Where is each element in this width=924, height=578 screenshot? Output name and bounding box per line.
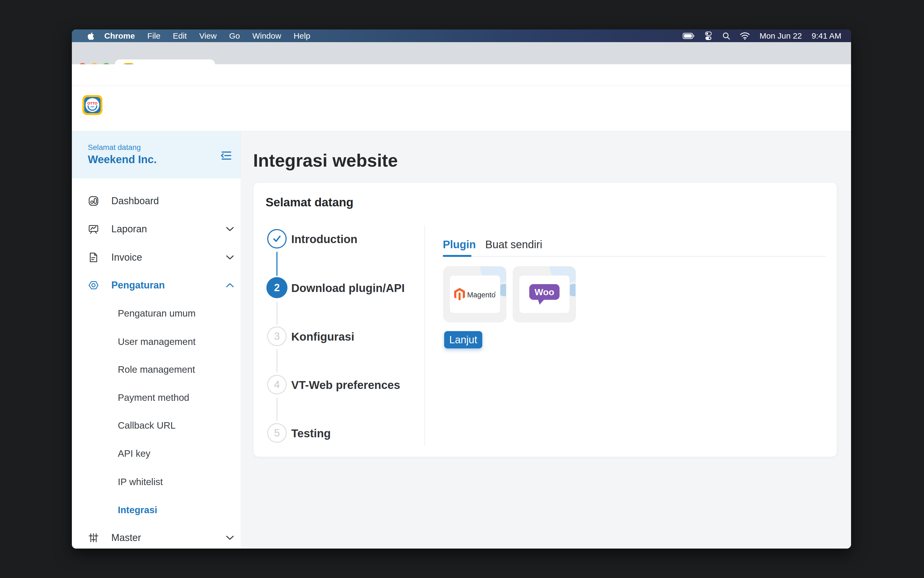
sidebar-item-user-management[interactable]: User management xyxy=(72,330,241,354)
step-1-label: Introduction xyxy=(291,233,357,246)
continue-button[interactable]: Lanjut xyxy=(444,331,482,348)
woocommerce-logo: Woo xyxy=(529,283,560,306)
sidebar-item-pengaturan-umum[interactable]: Pengaturan umum xyxy=(72,302,241,325)
sidebar-item-pengaturan[interactable]: Pengaturan xyxy=(72,273,241,297)
step-3-number: 3 xyxy=(274,331,279,342)
sidebar-item-payment-method[interactable]: Payment method xyxy=(72,386,241,409)
step-4-circle[interactable]: 4 xyxy=(267,375,287,395)
stepper-divider xyxy=(424,225,425,445)
tab-plugin[interactable]: Plugin xyxy=(443,239,476,251)
plugin-card-woocommerce[interactable]: Woo xyxy=(513,266,576,322)
chevron-down-icon xyxy=(225,535,234,541)
macos-menubar: Chrome File Edit View Go Window Help Mon… xyxy=(72,29,851,42)
integration-card: Selamat datang Introduction 2 Download p… xyxy=(253,182,837,457)
chevron-down-icon xyxy=(225,226,234,232)
collapse-sidebar-icon[interactable] xyxy=(221,151,232,161)
sidebar-item-laporan[interactable]: Laporan xyxy=(72,217,241,241)
menu-view[interactable]: View xyxy=(199,31,216,41)
sidebar-header: Selamat datang Weekend Inc. xyxy=(72,131,241,178)
chevron-up-icon xyxy=(225,282,234,288)
control-center-icon[interactable] xyxy=(704,32,713,40)
menu-window[interactable]: Window xyxy=(252,31,281,41)
settings-icon xyxy=(88,280,99,291)
svg-text:OTTO: OTTO xyxy=(87,101,97,106)
card-title: Selamat datang xyxy=(266,196,353,209)
step-5-label: Testing xyxy=(291,427,331,440)
sidebar-welcome-label: Selamat datang xyxy=(88,143,141,152)
menu-go[interactable]: Go xyxy=(229,31,240,41)
sidebar: Selamat datang Weekend Inc. Dashboard La… xyxy=(72,131,241,549)
step-2-circle[interactable]: 2 xyxy=(266,277,287,298)
wifi-icon[interactable] xyxy=(740,32,750,40)
step-connector xyxy=(276,302,278,325)
apple-menu[interactable] xyxy=(87,32,94,40)
page-title: Integrasi website xyxy=(253,150,398,171)
sidebar-item-integrasi[interactable]: Integrasi xyxy=(72,498,241,522)
browser-window: Chrome File Edit View Go Window Help Mon… xyxy=(72,29,851,549)
menu-file[interactable]: File xyxy=(147,31,160,41)
battery-icon[interactable] xyxy=(683,32,695,39)
tabbar-line xyxy=(443,256,826,257)
step-4-label: VT-Web preferences xyxy=(291,379,400,391)
sidebar-item-callback-url[interactable]: Callback URL xyxy=(72,414,241,437)
app-header: OTTO PAY Business Portal Powered by Otto… xyxy=(72,86,851,131)
svg-text:PAY: PAY xyxy=(90,106,94,108)
sidebar-item-dashboard[interactable]: Dashboard xyxy=(72,189,241,213)
step-4-number: 4 xyxy=(274,379,279,391)
sidebar-item-role-management[interactable]: Role management xyxy=(72,357,241,382)
chevron-down-icon xyxy=(225,255,234,260)
sidebar-item-api-key[interactable]: API key xyxy=(72,442,241,465)
step-connector xyxy=(276,398,278,421)
step-3-circle[interactable]: 3 xyxy=(267,326,287,346)
active-tab-underline xyxy=(443,255,471,257)
step-2-label: Download plugin/API xyxy=(291,282,405,295)
report-icon xyxy=(88,224,99,234)
company-name: Weekend Inc. xyxy=(88,153,157,166)
step-5-number: 5 xyxy=(274,427,279,439)
spotlight-search-icon[interactable] xyxy=(722,32,730,40)
check-icon xyxy=(272,234,282,244)
menubar-app-name[interactable]: Chrome xyxy=(104,31,135,41)
ottopay-logo: OTTO PAY xyxy=(82,94,103,115)
step-connector xyxy=(276,252,278,276)
menubar-date[interactable]: Mon Jun 22 xyxy=(760,31,802,41)
master-sliders-icon xyxy=(88,533,99,543)
step-connector xyxy=(276,349,278,372)
sidebar-item-invoice[interactable]: Invoice xyxy=(72,245,241,269)
tab-strip: OTTO Otto Business Portal × + xyxy=(72,42,851,64)
magento-logo: Magento ® xyxy=(454,287,496,302)
menu-help[interactable]: Help xyxy=(294,31,310,41)
main-content: Integrasi website Selamat datang Introdu… xyxy=(241,131,851,549)
step-5-circle[interactable]: 5 xyxy=(267,423,287,443)
step-3-label: Konfigurasi xyxy=(291,330,354,343)
step-1-circle[interactable] xyxy=(267,229,287,248)
dashboard-icon xyxy=(88,196,99,206)
apple-icon xyxy=(87,32,94,40)
plugin-card-magento[interactable]: Magento ® xyxy=(443,266,506,322)
svg-text:Woo: Woo xyxy=(534,287,554,297)
sidebar-item-master[interactable]: Master xyxy=(72,526,241,549)
invoice-icon xyxy=(88,252,99,263)
svg-text:Magento: Magento xyxy=(467,291,495,299)
sidebar-item-ip-whitelist[interactable]: IP whitelist xyxy=(72,470,241,494)
browser-toolbar: http://ottobusinessportal.com/admin xyxy=(72,64,851,86)
tab-buat-sendiri[interactable]: Buat sendiri xyxy=(485,239,542,251)
menu-edit[interactable]: Edit xyxy=(173,31,187,41)
svg-text:®: ® xyxy=(494,291,496,294)
step-2-number: 2 xyxy=(274,282,279,294)
menubar-time[interactable]: 9:41 AM xyxy=(812,31,841,41)
